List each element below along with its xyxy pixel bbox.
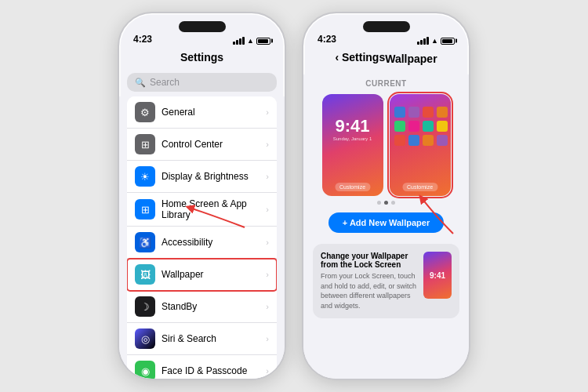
settings-item-display[interactable]: ☀ Display & Brightness ›: [127, 161, 277, 193]
home-customize-btn[interactable]: Customize: [402, 183, 437, 191]
home-screen-icon: ⊞: [135, 199, 155, 220]
lock-screen-bg: 9:41 Sunday, January 1: [322, 94, 383, 196]
battery-status-icon-right: [441, 38, 455, 45]
settings-item-control-center[interactable]: ⊞ Control Center ›: [127, 129, 277, 161]
settings-item-siri[interactable]: ◎ Siri & Search ›: [127, 323, 277, 355]
lock-screen-preview[interactable]: 9:41 Sunday, January 1 Customize: [322, 94, 383, 196]
lock-screen-hint: Change your Wallpaper from the Lock Scre…: [313, 244, 459, 318]
hint-preview-thumbnail: 9:41: [423, 252, 452, 299]
dots-indicator: [303, 201, 469, 205]
general-label: General: [162, 107, 266, 118]
wallpaper-screen: CURRENT 9:41 Sunday, January 1 Customize: [303, 74, 469, 379]
nav-header-right: ‹ Settings Wallpaper: [303, 48, 469, 74]
dynamic-island-right: [363, 21, 410, 32]
status-icons-left: ▲: [233, 37, 270, 45]
settings-item-wallpaper[interactable]: 🖼 Wallpaper ›: [127, 259, 277, 291]
back-button[interactable]: ‹ Settings: [335, 48, 385, 70]
hint-description: From your Lock Screen, touch and hold to…: [321, 271, 417, 310]
accessibility-icon: ♿: [135, 232, 155, 252]
wallpaper-previews: 9:41 Sunday, January 1 Customize: [303, 94, 469, 196]
settings-item-accessibility[interactable]: ♿ Accessibility ›: [127, 227, 277, 259]
accessibility-label: Accessibility: [162, 237, 266, 248]
settings-list: ⚙ General › ⊞ Control Center › ☀ Display…: [119, 96, 285, 379]
status-time-right: 4:23: [318, 34, 336, 45]
face-id-label: Face ID & Passcode: [162, 365, 266, 376]
search-bar[interactable]: 🔍 Search: [127, 73, 277, 92]
settings-group-1: ⚙ General › ⊞ Control Center › ☀ Display…: [127, 96, 277, 379]
home-screen-bg: [390, 94, 451, 196]
wallpaper-icon: 🖼: [135, 264, 155, 285]
settings-item-general[interactable]: ⚙ General ›: [127, 96, 277, 129]
right-phone: 4:23 ▲ ‹ Settings Wallpaper: [302, 12, 470, 380]
status-icons-right: ▲: [417, 37, 455, 45]
signal-icon-right: [417, 37, 429, 45]
add-wallpaper-button[interactable]: + Add New Wallpaper: [328, 212, 444, 233]
dot-2: [384, 201, 388, 205]
general-icon: ⚙: [135, 102, 155, 122]
signal-icon: [233, 37, 245, 45]
back-label: Settings: [342, 51, 385, 64]
standby-label: StandBy: [162, 301, 266, 312]
left-phone-wrapper: 4:23 ▲ Settings 🔍 Search: [118, 12, 286, 380]
home-screen-preview[interactable]: Customize: [390, 94, 451, 196]
dynamic-island: [179, 21, 226, 32]
hint-title: Change your Wallpaper from the Lock Scre…: [321, 252, 417, 269]
dot-3: [391, 201, 395, 205]
lock-time: 9:41: [335, 116, 369, 136]
search-label: Search: [150, 77, 180, 88]
wallpaper-label: Wallpaper: [162, 269, 266, 280]
wifi-icon: ▲: [247, 37, 254, 45]
wallpaper-screen-title: Wallpaper: [385, 53, 437, 65]
search-icon: 🔍: [135, 78, 146, 88]
hint-preview-time: 9:41: [430, 271, 445, 280]
current-section-label: CURRENT: [303, 79, 469, 88]
control-center-icon: ⊞: [135, 134, 155, 154]
right-phone-wrapper: 4:23 ▲ ‹ Settings Wallpaper: [302, 12, 470, 380]
display-label: Display & Brightness: [162, 171, 266, 182]
nav-header-left: Settings: [119, 48, 285, 70]
hint-text-block: Change your Wallpaper from the Lock Scre…: [321, 252, 417, 310]
settings-item-standby[interactable]: ☽ StandBy ›: [127, 291, 277, 323]
standby-icon: ☽: [135, 296, 155, 317]
left-phone: 4:23 ▲ Settings 🔍 Search: [118, 12, 286, 380]
settings-item-face-id[interactable]: ◉ Face ID & Passcode ›: [127, 355, 277, 379]
settings-title: Settings: [180, 51, 223, 64]
control-center-label: Control Center: [162, 139, 266, 150]
display-icon: ☀: [135, 166, 155, 187]
wifi-icon-right: ▲: [431, 37, 438, 45]
siri-label: Siri & Search: [162, 333, 266, 344]
lock-date: Sunday, January 1: [333, 136, 372, 141]
home-screen-label: Home Screen & App Library: [162, 198, 266, 220]
dot-1: [377, 201, 381, 205]
back-chevron-icon: ‹: [335, 51, 339, 64]
status-time-left: 4:23: [133, 34, 152, 45]
lock-customize-btn[interactable]: Customize: [335, 183, 370, 191]
face-id-icon: ◉: [135, 361, 155, 379]
siri-icon: ◎: [135, 328, 155, 349]
settings-item-home-screen[interactable]: ⊞ Home Screen & App Library ›: [127, 193, 277, 227]
battery-status-icon: [256, 38, 270, 45]
